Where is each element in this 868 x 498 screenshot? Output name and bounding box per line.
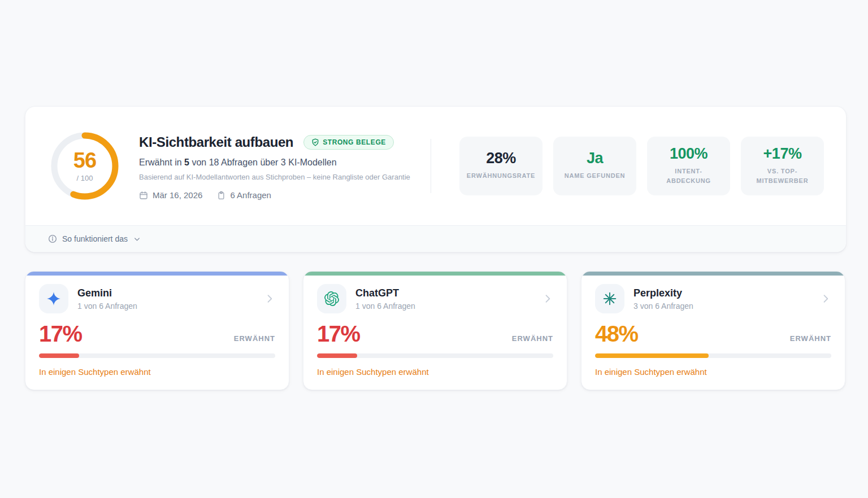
mention-rate-bar-fill [39,353,79,358]
card-accent-strip [25,272,289,276]
model-name: ChatGPT [355,287,415,299]
mention-rate-label: ERWÄHNT [790,334,831,345]
model-name: Perplexity [633,287,693,299]
report-date: Mär 16, 2026 [139,190,202,200]
stat-value: 100% [670,146,708,161]
methodology-note: Basierend auf KI-Modellantworten aus Sti… [139,173,431,181]
mention-rate-value: 17% [317,322,360,345]
model-query-count: 1 von 6 Anfragen [77,302,137,311]
mention-status-note: In einigen Suchtypen erwähnt [595,367,831,377]
model-query-count: 1 von 6 Anfragen [355,302,415,311]
mention-rate-bar-fill [595,353,709,358]
model-logo-box [595,284,624,313]
perplexity-asterisk-icon [602,291,617,306]
clipboard-icon [217,191,225,200]
mention-rate-value: 48% [595,322,638,345]
model-card-perplexity[interactable]: Perplexity 3 von 6 Anfragen 48% ERWÄHNT … [581,271,845,390]
stat-value: +17% [763,146,802,161]
card-accent-strip [581,272,845,276]
score-gauge: 56 / 100 [51,132,119,200]
stat-mention-rate: 28% ERWÄHNUNGSRATE [459,137,542,195]
mention-rate-bar [317,353,553,358]
mention-summary: Erwähnt in 5 von 18 Abfragen über 3 KI-M… [139,158,431,168]
chevron-right-icon[interactable] [820,293,831,304]
header-divider [431,139,431,193]
model-logo-box [317,284,346,313]
evidence-badge: STRONG BELEGE [303,135,394,150]
page-title: KI-Sichtbarkeit aufbauen [139,134,293,150]
score-value: 56 [73,150,96,171]
how-it-works-label: So funktioniert das [62,234,128,243]
openai-logo-icon [324,291,339,306]
shield-check-icon [311,138,319,146]
chevron-right-icon[interactable] [264,293,275,304]
mention-count: 5 [184,158,189,167]
model-card-chatgpt[interactable]: ChatGPT 1 von 6 Anfragen 17% ERWÄHNT In … [303,271,567,390]
info-icon [48,234,57,243]
score-denominator: / 100 [77,174,93,182]
mention-rate-value: 17% [39,322,82,345]
chevron-down-icon[interactable] [133,235,141,243]
evidence-badge-label: STRONG BELEGE [323,138,386,146]
stat-name-found: Ja NAME GEFUNDEN [553,137,636,195]
visibility-summary-card: 56 / 100 KI-Sichtbarkeit aufbauen STRONG… [25,106,847,252]
report-date-label: Mär 16, 2026 [153,190,202,200]
mention-rate-bar [595,353,831,358]
model-query-count: 3 von 6 Anfragen [633,302,693,311]
gemini-sparkle-icon [46,291,61,306]
query-count: 6 Anfragen [217,190,271,200]
calendar-icon [139,191,148,200]
query-count-label: 6 Anfragen [230,190,271,200]
mention-rate-label: ERWÄHNT [234,334,275,345]
stat-label: ERWÄHNUNGSRATE [467,171,535,181]
stat-intent-coverage: 100% INTENT-ABDECKUNG [647,137,730,195]
mention-status-note: In einigen Suchtypen erwähnt [317,367,553,377]
mention-rate-bar [39,353,275,358]
how-it-works-toggle[interactable]: So funktioniert das [25,225,846,252]
stat-label: INTENT-ABDECKUNG [653,167,724,186]
model-card-gemini[interactable]: Gemini 1 von 6 Anfragen 17% ERWÄHNT In e… [25,271,289,390]
stats-row: 28% ERWÄHNUNGSRATE Ja NAME GEFUNDEN 100%… [459,137,824,226]
meta-row: Mär 16, 2026 6 Anfragen [139,190,431,200]
mention-rate-bar-fill [317,353,357,358]
stat-label: NAME GEFUNDEN [565,171,626,181]
chevron-right-icon[interactable] [542,293,553,304]
mention-rate-label: ERWÄHNT [512,334,553,345]
stat-value: Ja [587,151,603,166]
summary-main: 56 / 100 KI-Sichtbarkeit aufbauen STRONG… [25,107,846,226]
stat-vs-competitors: +17% VS. TOP-MITBEWERBER [741,137,824,195]
card-accent-strip [303,272,567,276]
model-cards-row: Gemini 1 von 6 Anfragen 17% ERWÄHNT In e… [25,271,845,390]
model-logo-box [39,284,68,313]
stat-value: 28% [486,151,516,166]
stat-label: VS. TOP-MITBEWERBER [747,167,818,186]
model-name: Gemini [77,287,137,299]
mention-status-note: In einigen Suchtypen erwähnt [39,367,275,377]
headline-block: KI-Sichtbarkeit aufbauen STRONG BELEGE E… [139,132,431,226]
